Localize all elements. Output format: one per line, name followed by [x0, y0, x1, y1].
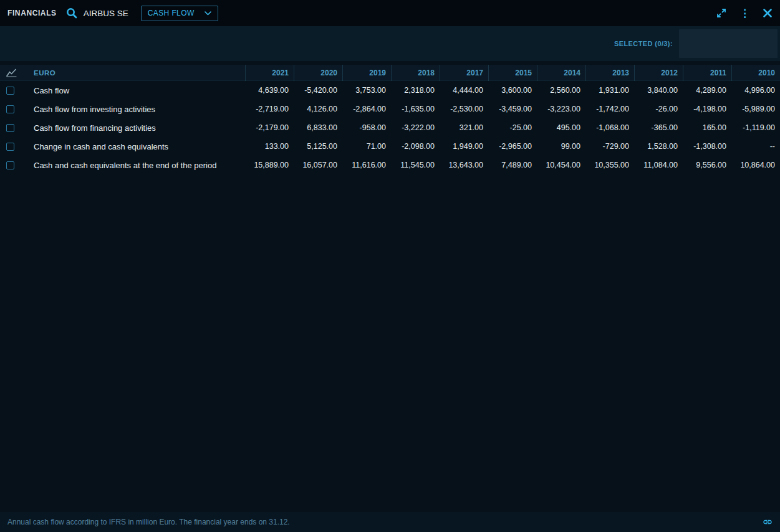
row-value: -2,719.00	[245, 105, 294, 113]
chart-column-header	[0, 69, 27, 77]
row-value: -1,308.00	[683, 142, 731, 151]
table-row[interactable]: Change in cash and cash equivalents133.0…	[0, 137, 780, 156]
row-value: 2,560.00	[537, 86, 585, 95]
row-value: -2,179.00	[245, 123, 294, 132]
row-label: Cash flow from financing activities	[27, 123, 245, 133]
row-value: -2,965.00	[488, 142, 537, 151]
row-value: 3,753.00	[342, 86, 391, 95]
footer-note: Annual cash flow according to IFRS in mi…	[7, 518, 290, 526]
row-value: -5,420.00	[294, 86, 342, 95]
row-value: 11,545.00	[391, 161, 440, 169]
table-header-row: EURO 20212020201920182017201520142013201…	[0, 65, 780, 81]
row-value: 11,616.00	[342, 161, 391, 169]
row-checkbox[interactable]	[6, 124, 14, 132]
year-header-2020: 2020	[294, 65, 342, 81]
chevron-down-icon	[205, 11, 211, 16]
row-value: -729.00	[585, 142, 634, 151]
row-value: -3,459.00	[488, 105, 537, 113]
row-label: Cash flow	[27, 86, 245, 95]
row-value: --	[731, 142, 780, 151]
year-header-2017: 2017	[440, 65, 488, 81]
row-checkbox[interactable]	[6, 161, 14, 169]
row-value: 2,318.00	[391, 86, 440, 95]
row-checkbox[interactable]	[6, 143, 14, 151]
row-value: -3,222.00	[391, 123, 440, 132]
checkbox-cell	[0, 143, 27, 151]
row-label: Cash flow from investing activities	[27, 105, 245, 114]
row-value: 9,556.00	[683, 161, 731, 169]
row-value: 133.00	[245, 142, 294, 151]
row-value: 5,125.00	[294, 142, 342, 151]
row-value: 4,444.00	[440, 86, 488, 95]
year-header-2018: 2018	[391, 65, 440, 81]
row-value: 1,528.00	[634, 142, 683, 151]
row-value: 495.00	[537, 123, 585, 132]
close-icon[interactable]	[763, 8, 773, 18]
row-value: 6,833.00	[294, 123, 342, 132]
table-row[interactable]: Cash flow4,639.00-5,420.003,753.002,318.…	[0, 81, 780, 100]
year-header-2021: 2021	[245, 65, 294, 81]
row-value: -1,742.00	[585, 105, 634, 113]
row-checkbox[interactable]	[6, 105, 14, 113]
table-row[interactable]: Cash flow from investing activities-2,71…	[0, 100, 780, 118]
row-value: 1,931.00	[585, 86, 634, 95]
row-label: Change in cash and cash equivalents	[27, 142, 245, 151]
row-label: Cash and cash equivalents at the end of …	[27, 161, 245, 170]
app-title: FINANCIALS	[7, 9, 57, 17]
footer-bar: Annual cash flow according to IFRS in mi…	[0, 512, 780, 532]
row-value: -25.00	[488, 123, 537, 132]
row-value: 15,889.00	[245, 161, 294, 169]
row-value: -5,989.00	[731, 105, 780, 113]
table-row[interactable]: Cash flow from financing activities-2,17…	[0, 118, 780, 137]
row-value: 3,840.00	[634, 86, 683, 95]
row-value: 165.00	[683, 123, 731, 132]
year-header-2010: 2010	[731, 65, 780, 81]
cashflow-table: EURO 20212020201920182017201520142013201…	[0, 61, 780, 512]
link-icon[interactable]	[763, 517, 773, 527]
row-value: 10,355.00	[585, 161, 634, 169]
row-value: -2,530.00	[440, 105, 488, 113]
checkbox-cell	[0, 87, 27, 95]
topbar-actions: ⋮	[716, 7, 773, 19]
row-value: 10,864.00	[731, 161, 780, 169]
line-chart-icon	[6, 69, 17, 77]
checkbox-cell	[0, 124, 27, 132]
checkbox-cell	[0, 105, 27, 113]
kebab-menu-icon[interactable]: ⋮	[739, 8, 750, 19]
year-header-2014: 2014	[537, 65, 585, 81]
topbar: FINANCIALS AIRBUS SE CASH FLOW	[0, 0, 780, 26]
statement-selector[interactable]: CASH FLOW	[141, 6, 218, 21]
row-value: -958.00	[342, 123, 391, 132]
row-value: 11,084.00	[634, 161, 683, 169]
row-value: 13,643.00	[440, 161, 488, 169]
table-row[interactable]: Cash and cash equivalents at the end of …	[0, 156, 780, 174]
year-header-2019: 2019	[342, 65, 391, 81]
row-value: 4,289.00	[683, 86, 731, 95]
row-value: -1,635.00	[391, 105, 440, 113]
row-value: 10,454.00	[537, 161, 585, 169]
statement-selector-label: CASH FLOW	[148, 9, 195, 17]
row-value: -26.00	[634, 105, 683, 113]
row-value: 71.00	[342, 142, 391, 151]
year-header-2011: 2011	[683, 65, 731, 81]
row-value: -1,119.00	[731, 123, 780, 132]
row-value: 99.00	[537, 142, 585, 151]
selection-bar: SELECTED (0/3):	[0, 26, 780, 61]
search-icon[interactable]	[65, 7, 78, 19]
row-value: -3,223.00	[537, 105, 585, 113]
selection-input[interactable]	[679, 29, 778, 58]
year-header-2012: 2012	[634, 65, 683, 81]
row-value: 4,996.00	[731, 86, 780, 95]
expand-icon[interactable]	[716, 7, 727, 19]
row-value: -2,864.00	[342, 105, 391, 113]
table-body: Cash flow4,639.00-5,420.003,753.002,318.…	[0, 81, 780, 174]
company-name: AIRBUS SE	[84, 9, 128, 18]
row-value: 16,057.00	[294, 161, 342, 169]
year-header-2013: 2013	[585, 65, 634, 81]
row-value: -2,098.00	[391, 142, 440, 151]
row-value: 1,949.00	[440, 142, 488, 151]
row-value: 4,639.00	[245, 86, 294, 95]
row-checkbox[interactable]	[6, 87, 14, 95]
year-header-2015: 2015	[488, 65, 537, 81]
selected-count-label: SELECTED (0/3):	[614, 40, 673, 47]
